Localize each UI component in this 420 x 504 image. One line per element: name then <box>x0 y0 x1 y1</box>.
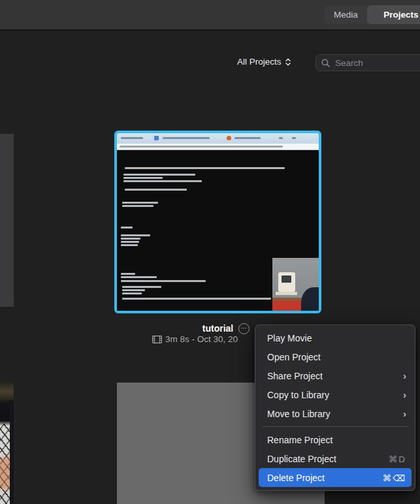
menu-item-rename-project[interactable]: Rename Project <box>255 430 415 449</box>
shortcut-duplicate: ⌘D <box>389 454 406 464</box>
menu-separator <box>262 426 408 427</box>
selected-project-thumbnail[interactable] <box>114 131 321 313</box>
menu-item-duplicate-project[interactable]: Duplicate Project ⌘D <box>255 449 415 468</box>
project-metadata: 3m 8s - Oct 30, 20 <box>152 334 238 344</box>
search-field[interactable] <box>315 54 420 71</box>
search-icon <box>321 59 330 67</box>
person-shoulder <box>301 287 319 313</box>
media-projects-segmented-control: Media Projects <box>325 5 420 24</box>
neighbor-project-thumbnail-left[interactable] <box>0 134 14 307</box>
more-options-button[interactable]: ⋯ <box>238 323 250 334</box>
filmstrip-icon <box>152 336 162 343</box>
thumbnail-webcam-overlay <box>272 258 319 313</box>
classic-mac-computer <box>278 272 295 292</box>
top-toolbar: Media Projects <box>0 0 420 31</box>
search-input[interactable] <box>334 57 415 69</box>
menu-item-delete-project[interactable]: Delete Project ⌘⌫ <box>259 468 412 487</box>
submenu-chevron-icon: › <box>403 409 406 418</box>
project-context-menu: Play Movie Open Project Share Project › … <box>255 324 415 491</box>
all-projects-label: All Projects <box>237 57 282 67</box>
menu-item-open-project[interactable]: Open Project <box>255 347 415 366</box>
submenu-chevron-icon: › <box>403 390 406 400</box>
menu-item-move-to-library[interactable]: Move to Library › <box>255 404 415 423</box>
project-duration-date: 3m 8s - Oct 30, 20 <box>165 334 238 344</box>
shortcut-delete: ⌘⌫ <box>382 473 406 483</box>
tab-projects[interactable]: Projects <box>367 5 420 24</box>
menu-item-play-movie[interactable]: Play Movie <box>255 328 415 347</box>
thumbnail-code-area <box>117 150 319 313</box>
popup-chevrons-icon <box>285 57 291 67</box>
thumbnail-browser-tabbar <box>117 133 319 144</box>
submenu-chevron-icon: › <box>403 371 406 381</box>
menu-item-copy-to-library[interactable]: Copy to Library › <box>255 385 415 404</box>
tab-media[interactable]: Media <box>325 5 367 24</box>
menu-item-share-project[interactable]: Share Project › <box>255 366 415 385</box>
neighbor-project-thumbnail-bottom-left[interactable] <box>0 382 14 504</box>
red-desk <box>272 298 304 313</box>
all-projects-dropdown[interactable]: All Projects <box>237 57 291 67</box>
thumbnail-browser-addressbar <box>117 144 319 150</box>
project-title: tutorial <box>202 323 233 334</box>
